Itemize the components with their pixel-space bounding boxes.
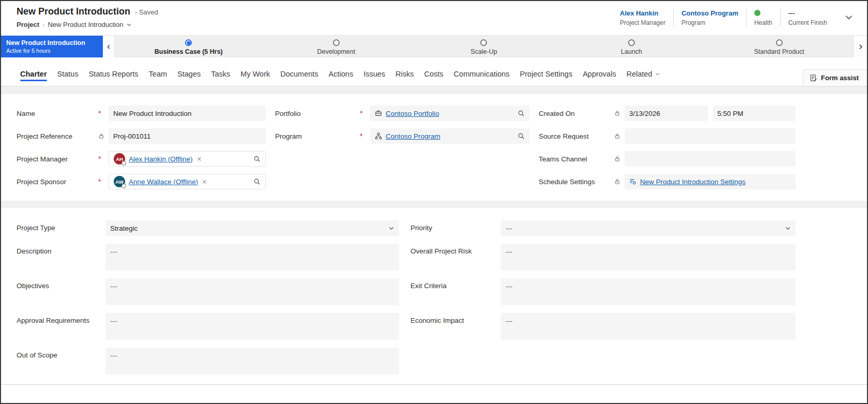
bpf-stage-business-case[interactable]: Business Case (5 Hrs) [115,38,263,55]
stage-circle-icon [776,39,783,46]
tab-costs[interactable]: Costs [419,70,449,86]
field-priority: Priority --- [410,220,796,236]
tab-my-work[interactable]: My Work [235,70,275,86]
form-assist-button[interactable]: Form assist [803,69,867,86]
economic-impact-value: --- [506,317,513,325]
project-manager-header-link[interactable]: Alex Hankin [620,9,665,17]
tab-tasks[interactable]: Tasks [206,70,235,86]
bpf-record-status: Active for 5 hours [6,48,98,54]
field-project-sponsor: Project Sponsor * AW Anne Wallace (Offli… [17,174,266,189]
project-sponsor-lookup[interactable]: AW Anne Wallace (Offline) [109,174,266,189]
created-on-date-input[interactable]: 3/13/2026 [625,106,708,121]
objectives-value: --- [110,282,117,290]
schedule-settings-record-link[interactable]: New Product Introduction Settings [640,178,745,186]
schedule-settings-icon [629,178,636,185]
lock-icon [614,156,620,162]
org-hierarchy-icon [375,132,382,140]
project-type-select[interactable]: Strategic [105,220,399,236]
search-icon[interactable] [253,178,261,185]
project-manager-label: Project Manager [17,155,98,163]
tab-communications[interactable]: Communications [449,70,515,86]
bpf-stage-standard-product[interactable]: Standard Product [705,38,853,55]
project-manager-lookup[interactable]: AH Alex Hankin (Offline) [109,151,266,167]
bpf-scroll-right-button[interactable] [853,36,867,57]
field-project-reference: Project Reference Proj-001011 [17,128,266,144]
tab-status-reports[interactable]: Status Reports [84,70,144,86]
chevron-down-icon[interactable] [126,22,132,27]
general-column-3: Created On 3/13/2026 5:50 PM Sourc [539,106,796,197]
tab-related[interactable]: Related [621,70,665,86]
tab-actions[interactable]: Actions [324,70,359,86]
objectives-textarea[interactable]: --- [105,278,399,305]
bpf-record-name: New Product Introduction [6,39,98,47]
tab-risks[interactable]: Risks [390,70,419,86]
economic-impact-textarea[interactable]: --- [501,313,796,340]
form-tab-bar: Charter Status Status Reports Team Stage… [1,57,867,86]
field-overall-project-risk: Overall Project Risk --- [410,244,796,271]
priority-select[interactable]: --- [501,220,796,236]
description-value: --- [110,248,117,256]
created-on-time-input[interactable]: 5:50 PM [713,106,796,121]
field-teams-channel: Teams Channel [539,151,796,167]
bpf-stage-launch[interactable]: Launch [558,38,706,55]
field-project-type: Project Type Strategic [17,220,399,236]
app-window: New Product Introduction - Saved Project… [0,0,868,404]
name-input[interactable]: New Product Introduction [109,106,266,121]
field-created-on: Created On 3/13/2026 5:50 PM [539,106,796,121]
search-icon[interactable] [253,155,261,162]
created-on-time-value: 5:50 PM [718,110,743,117]
portfolio-record-link[interactable]: Contoso Portfolio [386,110,439,117]
overall-project-risk-textarea[interactable]: --- [501,244,796,271]
project-sponsor-record-link[interactable]: Anne Wallace (Offline) [129,178,198,186]
divider [746,9,747,26]
tab-issues[interactable]: Issues [358,70,390,86]
program-header-link[interactable]: Contoso Program [681,9,738,17]
header-field-label: Current Finish [788,19,827,26]
breadcrumb-record[interactable]: New Product Introduction [48,21,123,28]
required-marker: * [98,110,101,117]
project-manager-record-link[interactable]: Alex Hankin (Offline) [129,155,193,163]
program-record-link[interactable]: Contoso Program [386,132,440,140]
tab-approvals[interactable]: Approvals [577,70,621,86]
schedule-settings-lookup[interactable]: New Product Introduction Settings [625,174,796,189]
teams-channel-label: Teams Channel [539,155,614,163]
charter-details-section: Project Type Strategic Description --- [1,208,867,384]
bpf-scroll-left-button[interactable] [103,36,115,57]
approval-requirements-textarea[interactable]: --- [105,313,399,340]
header-field-label: Project Manager [620,19,665,26]
project-reference-label: Project Reference [17,132,98,140]
breadcrumb-entity[interactable]: Project [17,21,39,28]
out-of-scope-textarea[interactable]: --- [105,348,399,375]
header-collapse-chevron-icon[interactable] [841,11,857,24]
description-textarea[interactable]: --- [105,244,399,271]
divider [673,9,674,26]
exit-criteria-label: Exit Criteria [410,278,501,305]
tab-project-settings[interactable]: Project Settings [515,70,578,86]
bpf-stage-scale-up[interactable]: Scale-Up [410,38,558,55]
briefcase-icon [375,110,382,117]
portfolio-lookup[interactable]: Contoso Portfolio [370,106,529,121]
tab-stages[interactable]: Stages [172,70,206,86]
field-schedule-settings: Schedule Settings New Product Introducti… [539,174,796,189]
exit-criteria-textarea[interactable]: --- [501,278,796,305]
tab-documents[interactable]: Documents [275,70,323,86]
avatar: AH [114,153,125,164]
teams-channel-input[interactable] [625,151,796,167]
tab-related-label: Related [627,70,652,78]
bpf-stage-development[interactable]: Development [263,38,410,55]
name-value: New Product Introduction [113,110,192,117]
remove-icon[interactable] [197,157,202,161]
bpf-active-stage-box[interactable]: New Product Introduction Active for 5 ho… [1,36,103,57]
program-lookup[interactable]: Contoso Program [370,128,529,144]
project-type-value: Strategic [110,225,138,232]
search-icon[interactable] [517,110,525,117]
project-reference-input[interactable]: Proj-001011 [109,128,266,144]
tab-status[interactable]: Status [52,70,84,86]
search-icon[interactable] [517,132,525,140]
tab-charter[interactable]: Charter [15,70,52,86]
tab-team[interactable]: Team [144,70,172,86]
remove-icon[interactable] [202,179,207,184]
chevron-down-icon [655,71,660,77]
source-request-input[interactable] [625,128,796,144]
field-economic-impact: Economic Impact --- [410,313,796,340]
